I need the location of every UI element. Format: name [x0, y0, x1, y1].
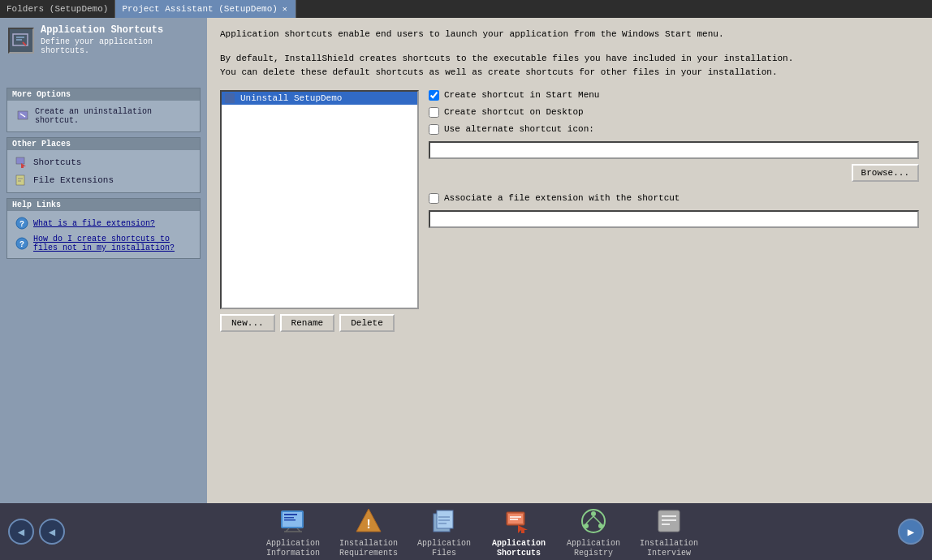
svg-line-38 — [586, 516, 593, 523]
sidebar-item-extensions[interactable]: File Extensions — [12, 171, 195, 189]
new-button[interactable]: New... — [220, 314, 275, 332]
other-places-section: Other Places Shortcuts — [6, 137, 201, 193]
install-req-icon: ! — [352, 505, 385, 537]
title-bar: Folders (SetupDemo) Project Assistant (S… — [0, 0, 932, 18]
help-links-title: Help Links — [7, 199, 200, 211]
panel-header-icon — [8, 28, 34, 54]
more-options-content: Create an uninstallation shortcut. — [7, 101, 200, 131]
nav-tab-app-files[interactable]: ApplicationFiles — [408, 502, 481, 560]
main-layout: Application Shortcuts Define your applic… — [0, 18, 932, 503]
delete-button[interactable]: Delete — [339, 314, 395, 332]
panel-subtitle: Define your application shortcuts. — [41, 37, 199, 55]
install-interview-label: InstallationInterview — [640, 539, 698, 558]
shortcut-area: Uninstall SetupDemo New... Rename Delete… — [220, 90, 919, 332]
start-menu-checkbox-row: Create shortcut in Start Menu — [429, 90, 919, 101]
panel-header: Application Shortcuts Define your applic… — [0, 18, 207, 83]
install-interview-icon — [653, 505, 685, 537]
options-panel: Create shortcut in Start Menu Create sho… — [429, 90, 919, 332]
shortcut-buttons: New... Rename Delete — [220, 314, 419, 332]
svg-rect-18 — [284, 519, 296, 521]
panel-header-text: Application Shortcuts Define your applic… — [41, 24, 199, 55]
svg-rect-16 — [284, 514, 297, 515]
associate-extension-checkbox[interactable] — [429, 193, 439, 204]
nav-tab-install-interview[interactable]: InstallationInterview — [632, 502, 706, 560]
alternate-icon-label: Use alternate shortcut icon: — [444, 124, 594, 134]
help-links-section: Help Links ? What is a file extension? — [6, 198, 201, 259]
nav-arrows: ◀ ◀ — [8, 519, 65, 545]
sidebar-item-shortcuts[interactable]: Shortcuts — [12, 153, 195, 171]
prev-button[interactable]: ◀ — [8, 519, 34, 545]
nav-tabs: ApplicationInformation ! InstallationReq… — [65, 502, 898, 560]
more-options-title: More Options — [7, 88, 200, 101]
app-files-label: ApplicationFiles — [417, 539, 471, 558]
shortcuts-nav-icon — [15, 156, 28, 169]
shortcut-item-icon — [225, 93, 235, 103]
app-info-label: ApplicationInformation — [266, 539, 320, 558]
desktop-checkbox-row: Create shortcut on Desktop — [429, 107, 919, 118]
svg-text:?: ? — [19, 220, 24, 229]
svg-text:!: ! — [365, 518, 373, 532]
shortcuts-icon — [11, 31, 31, 50]
app-shortcuts-icon — [503, 505, 535, 537]
svg-marker-31 — [518, 525, 528, 533]
next-button[interactable]: ▶ — [898, 519, 924, 545]
right-panel: Application shortcuts enable end users t… — [207, 18, 932, 503]
nav-tab-app-info[interactable]: ApplicationInformation — [257, 502, 330, 560]
alternate-icon-checkbox-row: Use alternate shortcut icon: — [429, 124, 919, 135]
svg-line-39 — [593, 516, 601, 523]
help-links-content: ? What is a file extension? ? How do I c… — [7, 211, 200, 258]
help-icon-2: ? — [15, 237, 28, 250]
extension-input[interactable] — [429, 210, 919, 228]
install-req-label: InstallationRequirements — [339, 539, 398, 558]
svg-point-37 — [598, 523, 603, 528]
shortcut-list[interactable]: Uninstall SetupDemo — [220, 90, 419, 309]
app-registry-icon — [577, 505, 610, 537]
associate-extension-checkbox-row: Associate a file extension with the shor… — [429, 193, 919, 204]
tab-project[interactable]: Project Assistant (SetupDemo) ✕ — [115, 0, 296, 18]
alternate-icon-checkbox[interactable] — [429, 124, 439, 135]
description-line1: Application shortcuts enable end users t… — [220, 28, 919, 42]
close-tab-icon[interactable]: ✕ — [281, 4, 289, 14]
left-panel: Application Shortcuts Define your applic… — [0, 18, 207, 503]
svg-rect-7 — [16, 175, 24, 185]
browse-button[interactable]: Browse... — [852, 164, 919, 182]
help-link-1[interactable]: ? What is a file extension? — [12, 214, 195, 232]
description-line2: By default, InstallShield creates shortc… — [220, 52, 919, 80]
nav-tab-install-req[interactable]: ! InstallationRequirements — [331, 502, 406, 560]
nav-tab-app-registry[interactable]: ApplicationRegistry — [557, 502, 630, 560]
app-shortcuts-label: ApplicationShortcuts — [492, 539, 546, 558]
svg-rect-5 — [16, 157, 24, 164]
create-desktop-label: Create shortcut on Desktop — [444, 107, 584, 117]
create-uninstall-shortcut-button[interactable]: Create an uninstallation shortcut. — [12, 104, 195, 128]
icon-path-input[interactable] — [429, 141, 919, 159]
app-files-icon — [428, 505, 460, 537]
shortcut-list-container: Uninstall SetupDemo New... Rename Delete — [220, 90, 419, 332]
svg-text:?: ? — [19, 240, 24, 249]
bottom-nav: ◀ ◀ ApplicationInformation — [0, 503, 932, 560]
rename-button[interactable]: Rename — [280, 314, 335, 332]
svg-rect-25 — [437, 510, 453, 528]
svg-point-35 — [591, 511, 596, 516]
back-button[interactable]: ◀ — [39, 519, 65, 545]
other-places-title: Other Places — [7, 138, 200, 150]
help-icon-1: ? — [15, 217, 28, 230]
app-info-icon — [277, 505, 309, 537]
extensions-nav-icon — [15, 174, 28, 187]
other-places-content: Shortcuts File Extensions — [7, 150, 200, 192]
associate-extension-label: Associate a file extension with the shor… — [444, 193, 680, 203]
list-item[interactable]: Uninstall SetupDemo — [222, 92, 417, 105]
help-link-2[interactable]: ? How do I create shortcuts to files not… — [12, 232, 195, 255]
create-start-menu-checkbox[interactable] — [429, 90, 439, 101]
create-start-menu-label: Create shortcut in Start Menu — [444, 90, 599, 100]
svg-point-36 — [584, 523, 589, 528]
create-desktop-checkbox[interactable] — [429, 107, 439, 118]
panel-title: Application Shortcuts — [41, 24, 199, 36]
tab-folders[interactable]: Folders (SetupDemo) — [0, 0, 115, 18]
svg-rect-30 — [508, 514, 523, 523]
svg-rect-40 — [658, 510, 680, 532]
more-options-section: More Options Create an uninstallation sh… — [6, 88, 201, 132]
uninstall-icon — [17, 110, 30, 123]
app-registry-label: ApplicationRegistry — [567, 539, 620, 558]
nav-tab-app-shortcuts[interactable]: ApplicationShortcuts — [482, 502, 555, 560]
svg-rect-17 — [284, 517, 294, 519]
